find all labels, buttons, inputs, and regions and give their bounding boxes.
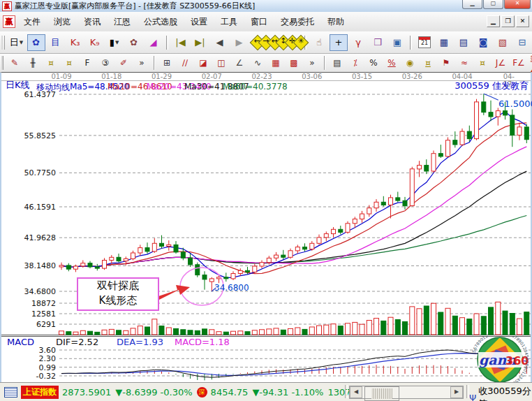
- dense-grid-button[interactable]: ▩: [286, 56, 302, 71]
- diamond-shift-right-button[interactable]: →: [258, 35, 266, 50]
- scroll-left-arrow[interactable]: ◀: [350, 386, 362, 398]
- color-indicator-button[interactable]: ◢: [145, 34, 163, 51]
- pattern-search-button[interactable]: ✿: [125, 34, 143, 51]
- menu-tools[interactable]: 工具: [216, 15, 242, 29]
- zigzag-button[interactable]: ∿: [249, 56, 266, 71]
- gann-box-button[interactable]: ◫: [213, 56, 230, 71]
- fib-grid-button[interactable]: F: [79, 56, 96, 71]
- gold-angle-button[interactable]: ¤: [474, 56, 491, 71]
- mdi-restore-button[interactable]: ❒: [501, 15, 515, 27]
- kline-merge-9-icon: K₉: [90, 37, 100, 48]
- wave-icon: ≈: [461, 58, 468, 68]
- menu-gann[interactable]: 江恩: [110, 15, 135, 29]
- f-angle-button[interactable]: F∠: [510, 56, 527, 71]
- more-draw-button[interactable]: »: [304, 56, 320, 71]
- menu-help[interactable]: 帮助: [323, 15, 348, 29]
- notebook-button[interactable]: ▤: [455, 34, 473, 51]
- gann-fan-button[interactable]: ∕∕: [177, 56, 193, 71]
- dif-value: DIF=2.52: [56, 337, 98, 347]
- pen-grid-button[interactable]: ✐: [115, 56, 132, 71]
- index-name-badge[interactable]: 上证指数: [21, 386, 59, 399]
- j-angle-button[interactable]: J∠: [492, 56, 509, 71]
- info-panel-button[interactable]: 目: [47, 34, 65, 51]
- last-bar-button[interactable]: ▶|: [191, 34, 209, 51]
- diamond-expand-button[interactable]: ↔: [267, 35, 275, 50]
- gold-circle-button[interactable]: ◉: [401, 56, 418, 71]
- time-grid-button[interactable]: ╫: [24, 56, 41, 71]
- candle-style-button[interactable]: ▮▼: [105, 34, 124, 51]
- multi-angle-button[interactable]: 多∠: [529, 56, 532, 71]
- menu-formula-stock-pick[interactable]: 公式选股: [140, 15, 182, 29]
- diamond-shift-left-button[interactable]: ←: [250, 35, 258, 50]
- menu-news[interactable]: 资讯: [80, 15, 105, 29]
- gold-line-icon: ¤: [425, 58, 431, 68]
- horizontal-scrollbar[interactable]: ◀ ▶: [349, 386, 464, 399]
- price-grid-button[interactable]: ▦: [267, 56, 284, 71]
- diamond-cross-button[interactable]: ✛: [285, 35, 293, 50]
- angle-line-icon: ∠: [236, 58, 244, 68]
- scroll-right-arrow[interactable]: ▶: [450, 386, 463, 398]
- hand-tool-icon: ☝: [316, 37, 322, 48]
- draw-pen-icon: ✎: [11, 58, 18, 68]
- ma-legend: 移动均线Ma5=48.4520Ma10=46.8610Ma20=43.3490M…: [1, 82, 448, 92]
- diamond-star-button[interactable]: ✳: [293, 35, 301, 50]
- calculator-button[interactable]: ▦: [435, 34, 453, 51]
- wave-button[interactable]: ≈: [456, 56, 473, 71]
- candle-style-icon: ▮: [110, 37, 114, 48]
- kline-merge-9-button[interactable]: K₉: [86, 34, 104, 51]
- gold-time-grid-button[interactable]: ¤: [61, 56, 77, 71]
- diamond-updown-button[interactable]: ↕: [276, 35, 283, 50]
- save-button[interactable]: ◙: [474, 34, 492, 51]
- price-tick-label: 46.1591: [3, 203, 56, 212]
- quote-table-icon[interactable]: [4, 387, 17, 398]
- draw-pen-button[interactable]: ✎: [6, 56, 23, 71]
- menu-trade-order[interactable]: 交易委托: [276, 15, 318, 29]
- dense-grid-icon: ▩: [290, 58, 297, 68]
- gold-price-grid-button[interactable]: ¤: [43, 56, 59, 71]
- axis-frame-button[interactable]: ⊞: [158, 56, 175, 71]
- mdi-minimize-button[interactable]: ▁: [487, 15, 500, 27]
- calendar-button[interactable]: 21: [415, 34, 434, 51]
- prev-bar-icon: ◀: [216, 37, 223, 48]
- report-icon: ▧: [498, 37, 507, 48]
- sh-index-change: ▼-8.6399 -0.30%: [115, 387, 192, 398]
- window-minimize-button[interactable]: ▁: [462, 0, 482, 9]
- scroll-thumb[interactable]: [364, 386, 399, 401]
- report-button[interactable]: ▧: [494, 34, 512, 51]
- menu-settings[interactable]: 设置: [186, 15, 212, 29]
- mdi-close-button[interactable]: ✕: [516, 15, 529, 27]
- percent-t-button[interactable]: ⁒: [347, 56, 364, 71]
- matrix-button[interactable]: ▤: [329, 56, 346, 71]
- sz-index-value: 8454.75: [211, 387, 249, 398]
- menu-browse[interactable]: 浏览: [50, 15, 75, 29]
- stock-code-name: 300559 佳发教育: [455, 80, 529, 92]
- window-close-button[interactable]: ✕: [504, 0, 531, 9]
- macd-pane-label: MACD: [7, 337, 34, 347]
- next-bar-button[interactable]: ▶: [230, 34, 249, 51]
- cycle-3-button[interactable]: ③: [97, 56, 114, 71]
- compare-tool-button[interactable]: ▣: [388, 34, 406, 51]
- prev-bar-button[interactable]: ◀: [211, 34, 229, 51]
- gold-line-button[interactable]: ¤: [420, 56, 436, 71]
- hand-tool-button[interactable]: ☝: [310, 34, 328, 51]
- macd-tick-label: 0.99: [3, 363, 56, 372]
- remote-pc-button[interactable]: ⊟: [513, 34, 531, 51]
- window-maximize-button[interactable]: ▢: [483, 0, 503, 9]
- box-fan-button[interactable]: ◪: [195, 56, 212, 71]
- kline-merge-3-button[interactable]: K₃: [66, 34, 84, 51]
- band-tool-button[interactable]: ❒: [369, 34, 387, 51]
- menu-window[interactable]: 窗口: [246, 15, 272, 29]
- percent-button[interactable]: %: [365, 56, 382, 71]
- high-price-label: 61.5000: [498, 99, 532, 109]
- data-feed-status: Ψ 收300559分笔: [469, 385, 532, 401]
- more-tools-button[interactable]: »: [133, 56, 150, 71]
- angle-line-button[interactable]: ∠: [231, 56, 248, 71]
- first-bar-button[interactable]: |◀: [172, 34, 190, 51]
- gamma-tool-button[interactable]: γ: [349, 34, 367, 51]
- percent-line-button[interactable]: %: [383, 56, 400, 71]
- period-day-button[interactable]: 日▼: [8, 34, 26, 51]
- flag-pen-button[interactable]: ⚑: [438, 56, 455, 71]
- gann-tools-button[interactable]: ✿: [27, 34, 45, 51]
- crosshair-tool-button[interactable]: +: [330, 34, 348, 51]
- menu-file[interactable]: 文件: [20, 15, 45, 29]
